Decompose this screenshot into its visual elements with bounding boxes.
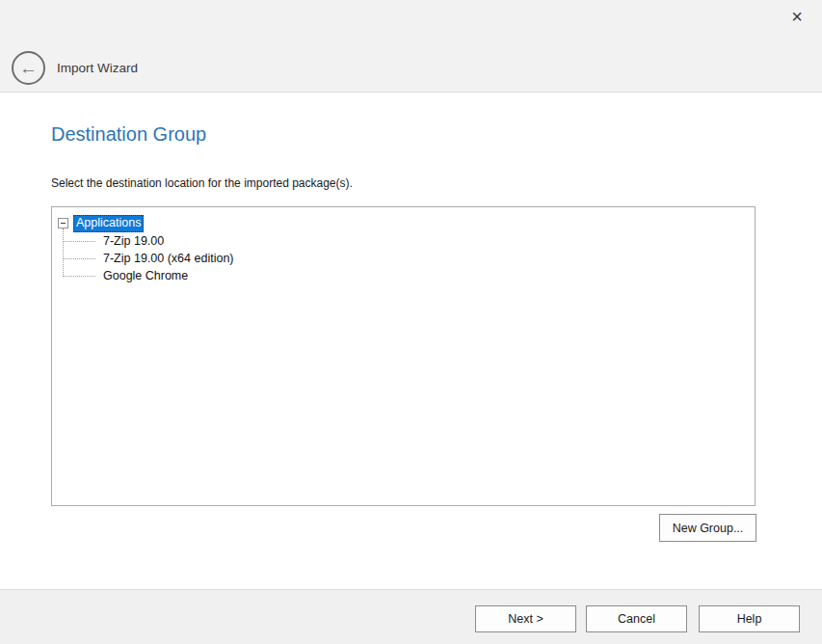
collapse-toggle-icon[interactable] [58,218,68,228]
destination-tree: Applications 7-Zip 19.00 7-Zip 19.00 (x6… [51,206,756,506]
tree-node-google-chrome[interactable]: Google Chrome [100,267,191,284]
back-button[interactable]: ← [12,51,45,85]
wizard-header: × ← Import Wizard [0,0,822,93]
tree-row-7zip: 7-Zip 19.00 [52,232,755,250]
import-wizard-window: × ← Import Wizard Destination Group Sele… [0,0,822,644]
help-button[interactable]: Help [699,605,800,632]
close-icon[interactable]: × [784,4,809,29]
back-arrow-icon: ← [19,59,38,77]
page-description: Select the destination location for the … [51,176,353,190]
tree-content: Applications 7-Zip 19.00 7-Zip 19.00 (x6… [52,207,755,505]
tree-row-7zip-x64: 7-Zip 19.00 (x64 edition) [52,250,755,267]
tree-connector-stub [64,258,95,259]
new-group-button[interactable]: New Group... [659,514,756,542]
tree-node-7zip[interactable]: 7-Zip 19.00 [100,232,167,250]
tree-connector-stub [64,276,95,277]
wizard-title: Import Wizard [57,61,138,75]
page-title: Destination Group [51,123,206,146]
tree-connector-stub [64,241,95,242]
tree-node-applications[interactable]: Applications [73,215,144,232]
wizard-footer: Next > Cancel Help [0,589,822,644]
next-button[interactable]: Next > [475,605,576,632]
minus-icon [61,223,66,224]
tree-row-google-chrome: Google Chrome [52,267,755,284]
cancel-button[interactable]: Cancel [586,605,687,632]
tree-node-7zip-x64[interactable]: 7-Zip 19.00 (x64 edition) [100,250,237,267]
tree-row-applications: Applications [52,215,755,232]
